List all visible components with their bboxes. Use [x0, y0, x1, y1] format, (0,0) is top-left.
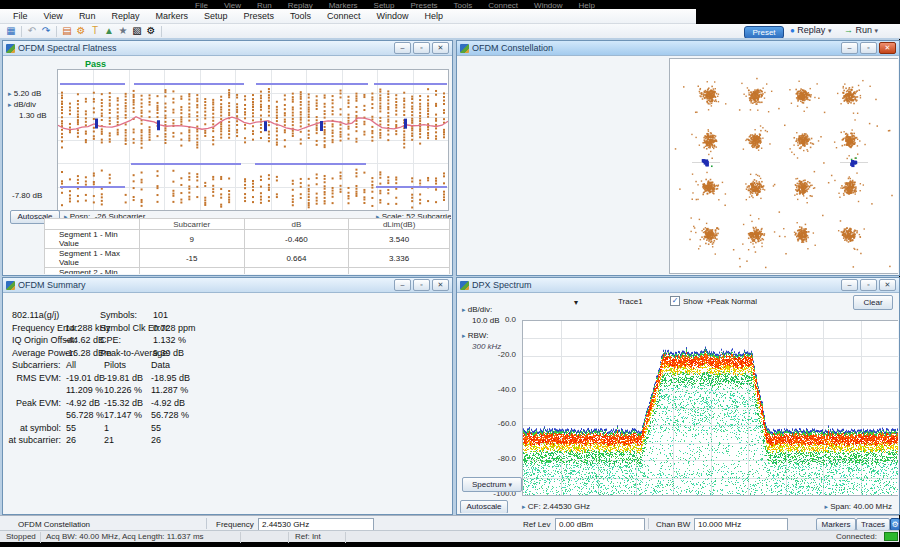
spinner-icon[interactable]: ▸	[824, 503, 828, 510]
header-cell: dLim(dB)	[349, 219, 450, 230]
menu-window[interactable]: Window	[370, 11, 416, 21]
spinner-icon[interactable]: ▸	[8, 90, 12, 97]
spectral-flatness-titlebar[interactable]: OFDM Spectral Flatness – ▫ ✕	[3, 41, 452, 56]
summary-row: Peak EVM:-4.92 dB-15.32 dB-4.92 dB	[12, 398, 447, 410]
maximize-button[interactable]: ▫	[413, 42, 430, 54]
panel-title: OFDM Constellation	[472, 43, 838, 53]
toolbar-separator	[21, 26, 22, 37]
replay-button[interactable]: ● Replay ▾	[790, 25, 831, 35]
dpx-titlebar[interactable]: DPX Spectrum – ▫ ✕	[457, 278, 899, 293]
scale-top-label[interactable]: ▸ 5.20 dB	[8, 89, 41, 98]
panel-title: OFDM Spectral Flatness	[18, 43, 391, 53]
summary-row: Frequency Error:14.288 kHzSymbol Clk Err…	[12, 323, 447, 335]
y-tick: -80.0	[462, 454, 516, 463]
ref-lev-label: Ref Lev	[523, 520, 551, 529]
trace-mode-label[interactable]: +Peak Normal	[706, 297, 757, 306]
flatness-plot[interactable]	[57, 69, 449, 211]
constellation-plot[interactable]	[669, 58, 898, 274]
divider	[345, 532, 346, 543]
summary-row: 802.11a(g/j)Symbols:101	[12, 310, 447, 322]
close-button[interactable]: ✕	[432, 42, 449, 54]
spectrum-view-dropdown[interactable]: Spectrum ▾	[462, 477, 522, 492]
trace-dropdown-icon[interactable]: ▾	[574, 298, 578, 307]
spinner-icon[interactable]: ▸	[8, 101, 12, 108]
flatness-results-table: Subcarrier dB dLim(dB) Segment 1 - Min V…	[44, 218, 450, 274]
summary-row: Average Power:-16.28 dBmPeak-to-Average:…	[12, 348, 447, 360]
constellation-titlebar[interactable]: OFDM Constellation – ▫ ✕	[457, 41, 899, 56]
panel-dpx-spectrum: DPX Spectrum – ▫ ✕ ▾ Trace1 ✓ Show +Peak…	[456, 277, 900, 515]
menu-file[interactable]: File	[6, 11, 35, 21]
close-button[interactable]: ✕	[879, 279, 896, 291]
run-button[interactable]: → Run ▾	[844, 25, 878, 35]
settings-icon[interactable]: ⚙	[74, 25, 88, 37]
save-icon[interactable]: ▦	[4, 25, 18, 37]
replay-dropdown-icon[interactable]: ▾	[828, 27, 832, 34]
cf-control[interactable]: ▸ CF: 2.44530 GHz	[522, 502, 590, 511]
clear-button[interactable]: Clear	[853, 295, 893, 310]
menu-presets[interactable]: Presets	[236, 11, 281, 21]
rbw-label[interactable]: ▸ RBW:	[462, 331, 489, 340]
maximize-button[interactable]: ▫	[860, 279, 877, 291]
menu-help[interactable]: Help	[418, 11, 451, 21]
status-bar: Stopped Acq BW: 40.00 MHz, Acq Length: 1…	[0, 530, 899, 542]
panel-constellation: OFDM Constellation – ▫ ✕	[456, 40, 900, 276]
menu-replay[interactable]: Replay	[104, 11, 146, 21]
connected-label: Connected:	[836, 532, 877, 541]
y-tick: -20.0	[462, 350, 516, 359]
undo-icon[interactable]: ↶	[25, 25, 39, 37]
spinner-icon[interactable]: ▸	[462, 332, 466, 339]
show-checkbox[interactable]: ✓	[670, 296, 680, 306]
table-row: Segment 2 - Min Value 23 -0.387 5.613	[45, 268, 450, 275]
minimize-button[interactable]: –	[841, 42, 858, 54]
db-per-div-label[interactable]: ▸ dB/div	[8, 100, 36, 109]
minimize-button[interactable]: –	[841, 279, 858, 291]
menu-markers[interactable]: Markers	[148, 11, 195, 21]
window-icon	[460, 281, 469, 290]
close-button[interactable]: ✕	[432, 279, 449, 291]
db-per-div-value: 1.30 dB	[19, 111, 47, 120]
row-label: Segment 1 - Max Value	[45, 249, 140, 268]
cf-value: 2.44530 GHz	[543, 502, 590, 511]
chan-bw-label: Chan BW	[656, 520, 690, 529]
cell: 3.540	[349, 230, 450, 249]
summary-titlebar[interactable]: OFDM Summary – ▫ ✕	[3, 278, 452, 293]
toolbar-separator	[56, 26, 57, 37]
autoscale-button[interactable]: Autoscale	[460, 500, 508, 513]
maximize-button[interactable]: ▫	[860, 42, 877, 54]
menubar: File View Run Replay Markers Setup Prese…	[0, 9, 696, 24]
span-control[interactable]: ▸ Span: 40.00 MHz	[824, 502, 892, 511]
cell: 5.613	[349, 268, 450, 275]
spinner-icon[interactable]: ▸	[522, 503, 526, 510]
dbdiv-label[interactable]: ▸ dB/div:	[462, 305, 492, 314]
summary-row: RMS EVM:-19.01 dB-19.81 dB-18.95 dB	[12, 373, 447, 385]
run-dropdown-icon[interactable]: ▾	[875, 27, 879, 34]
cell: 3.336	[349, 249, 450, 268]
table-row: Segment 1 - Max Value -15 0.664 3.336	[45, 249, 450, 268]
tek-t-icon[interactable]: T	[88, 25, 102, 37]
menu-view[interactable]: View	[37, 11, 70, 21]
dpx-plot[interactable]	[522, 320, 898, 496]
trace-name[interactable]: Trace1	[618, 297, 643, 306]
menu-setup[interactable]: Setup	[197, 11, 235, 21]
minimize-button[interactable]: –	[394, 42, 411, 54]
dropdown-icon: ▾	[508, 481, 512, 488]
spinner-icon[interactable]: ▸	[462, 306, 466, 313]
control-bar: OFDM Constellation Frequency 2.44530 GHz…	[0, 515, 899, 531]
redo-icon[interactable]: ↷	[39, 25, 53, 37]
span-value: 40.00 MHz	[853, 502, 892, 511]
header-cell	[45, 219, 140, 230]
marker-icon[interactable]: ★	[116, 25, 130, 37]
toolbar-separator	[161, 26, 162, 37]
show-label[interactable]: Show	[683, 297, 703, 306]
menu-tools[interactable]: Tools	[283, 11, 318, 21]
close-button[interactable]: ✕	[879, 42, 896, 54]
cell: -0.387	[244, 268, 349, 275]
trace-icon[interactable]: ▧	[130, 25, 144, 37]
menu-connect[interactable]: Connect	[320, 11, 368, 21]
options-icon[interactable]: ⚙	[144, 25, 158, 37]
display-icon[interactable]: ▤	[60, 25, 74, 37]
menu-run[interactable]: Run	[72, 11, 103, 21]
trigger-icon[interactable]: ▲	[102, 25, 116, 37]
maximize-button[interactable]: ▫	[413, 279, 430, 291]
minimize-button[interactable]: –	[394, 279, 411, 291]
